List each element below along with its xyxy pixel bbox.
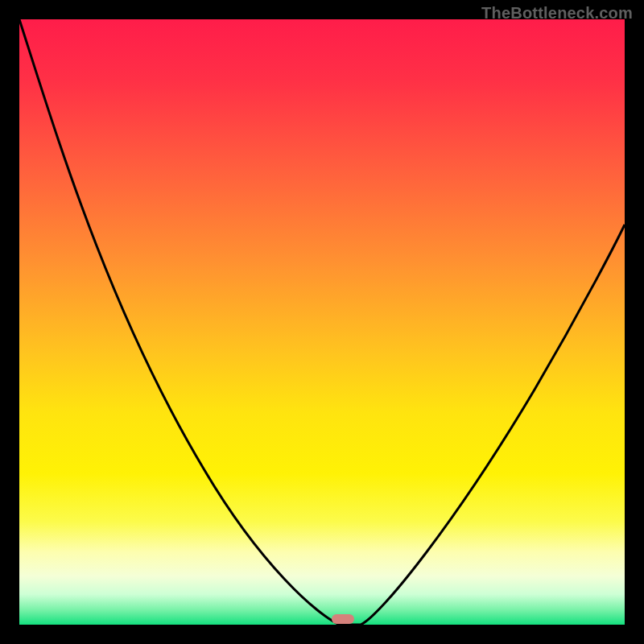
plot-area bbox=[19, 19, 625, 625]
optimal-point-marker bbox=[332, 614, 354, 624]
watermark-text: TheBottleneck.com bbox=[481, 4, 633, 23]
chart-container: TheBottleneck.com bbox=[0, 0, 644, 644]
chart-svg bbox=[19, 19, 625, 625]
gradient-background bbox=[19, 19, 625, 625]
